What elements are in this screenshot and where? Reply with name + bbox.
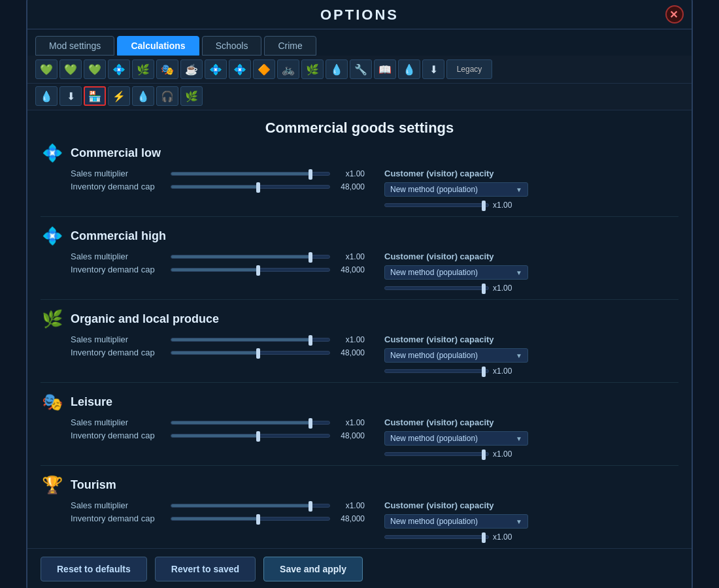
tourism-name: Tourism <box>71 478 116 492</box>
reset-defaults-button[interactable]: Reset to defaults <box>41 557 147 581</box>
leisure-sales-slider[interactable] <box>171 421 330 425</box>
toolbar-icon-11[interactable]: 🚲 <box>277 59 299 79</box>
tourism-icon: 🏆 <box>41 475 64 495</box>
icon-toolbar-2: 💧 ⬇ 🏪 ⚡ 💧 🎧 🌿 <box>27 84 692 110</box>
toolbar-legacy-btn[interactable]: Legacy <box>446 59 492 79</box>
leisure-icon: 🎭 <box>41 392 64 412</box>
tab-calculations[interactable]: Calculations <box>117 36 199 56</box>
commercial-low-capacity-dropdown[interactable]: New method (population) ▼ <box>384 182 528 197</box>
close-button[interactable]: ✕ <box>665 5 684 24</box>
commercial-high-cap-slider[interactable] <box>384 286 489 290</box>
organic-capacity-dropdown[interactable]: New method (population) ▼ <box>384 348 528 363</box>
organic-grid: Sales multiplier x1.00 Inventory demand … <box>41 335 678 376</box>
toolbar-icon-14[interactable]: 🔧 <box>350 59 372 79</box>
leisure-cap-slider-row: x1.00 <box>384 449 678 459</box>
toolbar-icon-17[interactable]: ⬇ <box>422 59 444 79</box>
leisure-capacity: Customer (visitor) capacity New method (… <box>384 417 678 459</box>
commercial-high-inventory-row: Inventory demand cap 48,000 <box>71 265 365 274</box>
tourism-capacity-label: Customer (visitor) capacity <box>384 500 678 510</box>
toolbar2-icon-5[interactable]: 💧 <box>132 86 154 106</box>
commercial-low-sales-label: Sales multiplier <box>71 169 165 178</box>
organic-sales-value: x1.00 <box>335 335 365 344</box>
leisure-inventory-slider[interactable] <box>171 434 330 438</box>
commercial-low-inventory-row: Inventory demand cap 48,000 <box>71 182 365 191</box>
commercial-high-cap-slider-row: x1.00 <box>384 284 678 293</box>
tourism-inventory-label: Inventory demand cap <box>71 514 165 523</box>
organic-capacity-label: Customer (visitor) capacity <box>384 335 678 344</box>
toolbar2-icon-2[interactable]: ⬇ <box>59 86 82 106</box>
organic-cap-slider[interactable] <box>384 369 489 373</box>
commercial-high-sales-slider[interactable] <box>171 255 330 259</box>
toolbar-icon-7[interactable]: ☕ <box>180 59 203 79</box>
toolbar2-icon-4[interactable]: ⚡ <box>108 86 130 106</box>
toolbar2-icon-6[interactable]: 🎧 <box>156 86 178 106</box>
commercial-high-section: 💠 Commercial high Sales multiplier <box>41 226 678 300</box>
leisure-section: 🎭 Leisure Sales multiplier <box>41 392 678 466</box>
tourism-sales-slider[interactable] <box>171 504 330 508</box>
leisure-capacity-dropdown[interactable]: New method (population) ▼ <box>384 431 528 446</box>
tourism-cap-slider[interactable] <box>384 535 489 539</box>
toolbar-icon-13[interactable]: 💧 <box>326 59 348 79</box>
leisure-cap-slider[interactable] <box>384 452 489 456</box>
tourism-sales-row: Sales multiplier x1.00 <box>71 500 365 510</box>
tab-schools[interactable]: Schools <box>202 36 262 56</box>
commercial-low-cap-value: x1.00 <box>493 201 512 210</box>
tourism-sales-value: x1.00 <box>335 501 365 510</box>
commercial-low-cap-slider[interactable] <box>384 203 489 207</box>
tourism-cap-slider-row: x1.00 <box>384 532 678 542</box>
overlay: OPTIONS ✕ Mod settings Calculations Scho… <box>0 0 719 588</box>
commercial-high-left: Sales multiplier x1.00 Inventory demand … <box>71 252 365 293</box>
commercial-high-cap-value: x1.00 <box>493 284 512 293</box>
content-area: 💠 Commercial low Sales multiplier <box>27 143 692 548</box>
commercial-low-sales-slider[interactable] <box>171 172 330 176</box>
commercial-high-inventory-value: 48,000 <box>335 265 365 274</box>
commercial-high-inventory-slider[interactable] <box>171 268 330 272</box>
toolbar-icon-9[interactable]: 💠 <box>229 59 251 79</box>
toolbar-icon-10[interactable]: 🔶 <box>253 59 275 79</box>
organic-inventory-row: Inventory demand cap 48,000 <box>71 348 365 357</box>
toolbar2-icon-3-commercial-goods[interactable]: 🏪 <box>84 86 106 106</box>
organic-inventory-value: 48,000 <box>335 348 365 357</box>
toolbar-icon-5[interactable]: 🌿 <box>132 59 154 79</box>
section-title: Commercial goods settings <box>27 110 692 143</box>
modal-title: OPTIONS <box>320 7 399 23</box>
leisure-left: Sales multiplier x1.00 Inventory demand … <box>71 417 365 459</box>
toolbar-icon-3[interactable]: 💚 <box>84 59 106 79</box>
organic-sales-slider[interactable] <box>171 338 330 342</box>
commercial-low-grid: Sales multiplier x1.00 Inventory demand … <box>41 169 678 210</box>
toolbar2-icon-1[interactable]: 💧 <box>35 86 58 106</box>
dropdown-arrow-tourism: ▼ <box>516 518 522 525</box>
organic-sales-row: Sales multiplier x1.00 <box>71 335 365 344</box>
toolbar-icon-2[interactable]: 💚 <box>59 59 82 79</box>
tourism-inventory-value: 48,000 <box>335 514 365 523</box>
leisure-inventory-label: Inventory demand cap <box>71 431 165 440</box>
save-apply-button[interactable]: Save and apply <box>263 557 363 581</box>
toolbar-icon-16[interactable]: 💧 <box>398 59 420 79</box>
organic-left: Sales multiplier x1.00 Inventory demand … <box>71 335 365 376</box>
tourism-inventory-slider[interactable] <box>171 517 330 521</box>
leisure-sales-value: x1.00 <box>335 418 365 427</box>
revert-saved-button[interactable]: Revert to saved <box>155 557 256 581</box>
tourism-capacity-dropdown[interactable]: New method (population) ▼ <box>384 514 528 529</box>
dropdown-arrow-leisure: ▼ <box>516 435 522 442</box>
commercial-high-inventory-label: Inventory demand cap <box>71 265 165 274</box>
commercial-low-inventory-slider[interactable] <box>171 185 330 189</box>
toolbar-icon-6[interactable]: 🎭 <box>156 59 178 79</box>
leisure-sales-row: Sales multiplier x1.00 <box>71 417 365 427</box>
tourism-grid: Sales multiplier x1.00 Inventory demand … <box>41 500 678 542</box>
toolbar-icon-8[interactable]: 💠 <box>205 59 227 79</box>
toolbar-icon-12[interactable]: 🌿 <box>301 59 324 79</box>
toolbar-icon-1[interactable]: 💚 <box>35 59 58 79</box>
tab-crime[interactable]: Crime <box>264 36 316 56</box>
organic-header: 🌿 Organic and local produce <box>41 309 678 329</box>
tab-mod-settings[interactable]: Mod settings <box>35 36 114 56</box>
commercial-high-grid: Sales multiplier x1.00 Inventory demand … <box>41 252 678 293</box>
tabs-row: Mod settings Calculations Schools Crime <box>27 29 692 56</box>
commercial-high-capacity-dropdown[interactable]: New method (population) ▼ <box>384 265 528 280</box>
organic-icon: 🌿 <box>41 309 64 329</box>
organic-inventory-label: Inventory demand cap <box>71 348 165 357</box>
organic-inventory-slider[interactable] <box>171 351 330 355</box>
toolbar-icon-15[interactable]: 📖 <box>374 59 396 79</box>
toolbar2-icon-7[interactable]: 🌿 <box>180 86 203 106</box>
toolbar-icon-4[interactable]: 💠 <box>108 59 130 79</box>
